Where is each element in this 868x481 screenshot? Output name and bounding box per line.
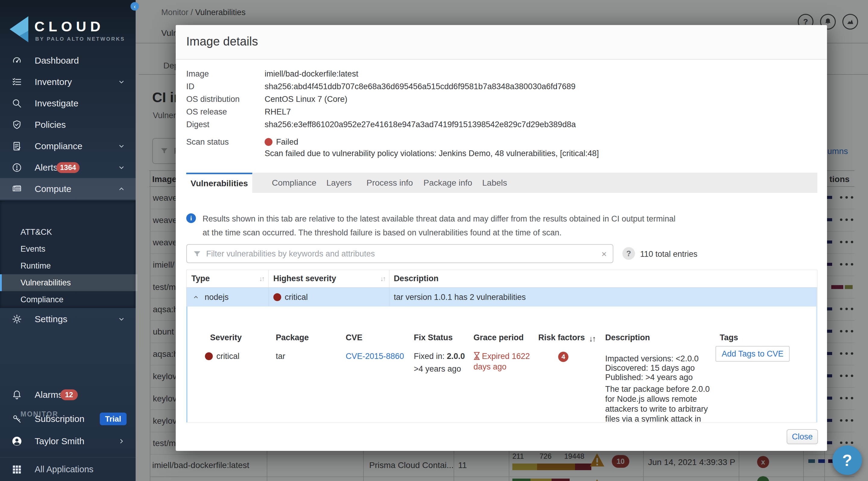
cve-link[interactable]: CVE-2015-8860 — [346, 352, 404, 361]
hourglass-icon — [473, 352, 480, 360]
chevron-left-icon: ‹ — [134, 2, 136, 10]
col-risk-factors[interactable]: Risk factors — [538, 333, 585, 342]
tab-compliance[interactable]: Compliance — [272, 173, 316, 193]
sidebar-item-subscription[interactable]: Subscription Trial — [0, 409, 135, 429]
critical-dot-icon — [205, 352, 213, 360]
info-icon: i — [186, 213, 196, 223]
grace-period: Expired 1622 — [473, 352, 530, 361]
sidebar: CLOUD BY PALO ALTO NETWORKS Dashboard In… — [0, 0, 135, 481]
col-highest-severity[interactable]: Highest severity↓↑ — [269, 270, 390, 287]
tab-process-info[interactable]: Process info — [367, 173, 413, 193]
modal-title: Image details — [186, 35, 258, 48]
chevron-down-icon — [118, 78, 125, 86]
help-fab-button[interactable]: ? — [832, 445, 862, 475]
dashboard-icon — [11, 55, 22, 66]
image-details-modal: Image details Imageimiell/bad-dockerfile… — [176, 25, 827, 451]
col-type[interactable]: Type↓↑ — [187, 270, 269, 287]
sidebar-item-inventory[interactable]: Inventory — [0, 71, 135, 93]
gear-icon — [11, 314, 22, 325]
sidebar-item-vulnerabilities[interactable]: Vulnerabilities — [0, 274, 137, 291]
tab-package-info[interactable]: Package info — [424, 173, 472, 193]
filter-help-icon[interactable]: ? — [622, 247, 635, 260]
sidebar-item-alerts[interactable]: Alerts 1364 — [0, 157, 135, 178]
risk-factors-badge[interactable]: 4 — [558, 352, 568, 362]
sidebar-item-policies[interactable]: Policies — [0, 114, 135, 135]
sidebar-item-events[interactable]: Events — [0, 241, 135, 257]
field-scan-status: Scan status Failed — [176, 136, 827, 148]
field-digest: Digestsha256:e3eff861020a952e27e41618e94… — [176, 118, 827, 131]
filter-input[interactable] — [206, 245, 590, 262]
key-icon — [11, 414, 22, 424]
field-os-release: OS releaseRHEL7 — [176, 105, 827, 118]
vulnerability-row-nodejs[interactable]: nodejs critical tar version 1.0.1 has 2 … — [187, 288, 817, 308]
question-icon: ? — [842, 451, 852, 470]
sidebar-item-compute[interactable]: Compute — [0, 178, 135, 199]
modal-tabs: Vulnerabilities Compliance Layers Proces… — [186, 173, 817, 193]
tab-labels[interactable]: Labels — [482, 173, 507, 193]
field-id: IDsha256:abd4f451ddb707c8e68a36d695456a5… — [176, 80, 827, 93]
field-os-distribution: OS distributionCentOS Linux 7 (Core) — [176, 93, 827, 105]
vulnerability-filter: × — [186, 244, 613, 263]
funnel-icon — [193, 250, 201, 259]
sidebar-nav: Dashboard Inventory Investigate Policies… — [0, 50, 135, 199]
sort-icon[interactable]: ↓↑ — [589, 334, 595, 344]
sidebar-item-alarms[interactable]: Alarms 12 — [0, 385, 135, 405]
tab-layers[interactable]: Layers — [327, 173, 352, 193]
sort-icon[interactable]: ↓↑ — [380, 270, 385, 287]
chevron-right-icon — [118, 437, 125, 445]
cve-description: The tar package before 2.0.0 for Node.js… — [605, 384, 710, 422]
compute-container-icon — [11, 184, 22, 194]
apps-grid-icon — [11, 464, 22, 475]
sidebar-item-compliance-sub[interactable]: Compliance — [0, 291, 135, 308]
tab-note: Results shown in this tab are relative t… — [203, 212, 675, 239]
alarms-count-badge: 12 — [60, 389, 78, 400]
trial-badge: Trial — [100, 413, 127, 425]
chevron-up-icon — [118, 185, 125, 193]
alerts-icon — [11, 162, 22, 173]
sidebar-item-settings[interactable]: Settings — [0, 308, 135, 330]
compliance-doc-icon — [11, 141, 22, 152]
compute-submenu: MONITOR ATT&CK Events Runtime Vulnerabil… — [0, 200, 135, 308]
inventory-icon — [11, 76, 22, 87]
critical-dot-icon — [273, 293, 281, 301]
cve-meta: Impacted versions: <2.0.0 Discovered: 15… — [605, 354, 699, 382]
sidebar-collapse-button[interactable]: ‹ — [130, 2, 139, 10]
sidebar-item-investigate[interactable]: Investigate — [0, 93, 135, 114]
close-button[interactable]: Close — [786, 429, 818, 444]
sidebar-item-attck[interactable]: ATT&CK — [0, 224, 135, 241]
prisma-logo-icon — [9, 16, 28, 43]
chevron-down-icon — [118, 315, 125, 323]
sidebar-item-all-applications[interactable]: All Applications — [0, 457, 135, 481]
brand-tagline: BY PALO ALTO NETWORKS — [35, 36, 125, 42]
tab-vulnerabilities[interactable]: Vulnerabilities — [186, 173, 252, 193]
vulnerabilities-table: Type↓↑ Highest severity↓↑ Description no… — [186, 270, 817, 308]
bell-icon — [11, 389, 22, 400]
chevron-down-icon — [118, 164, 125, 171]
vulnerability-detail-panel: Severity Package CVE Fix Status Grace pe… — [186, 307, 817, 422]
sidebar-item-dashboard[interactable]: Dashboard — [0, 50, 135, 71]
add-tags-to-cve-button[interactable]: Add Tags to CVE — [715, 346, 789, 362]
investigate-icon — [11, 98, 22, 109]
alerts-count-badge: 1364 — [56, 162, 80, 173]
chevron-down-icon — [118, 142, 125, 150]
field-image: Imageimiell/bad-dockerfile:latest — [176, 67, 827, 80]
policies-shield-icon — [11, 119, 22, 130]
package-name: tar — [276, 352, 285, 361]
failed-dot-icon — [265, 138, 273, 146]
sidebar-item-compliance[interactable]: Compliance — [0, 135, 135, 157]
table-header: Type↓↑ Highest severity↓↑ Description — [187, 270, 817, 288]
app-root: Monitor / Vulnerabilities ? Vuln Depl CI… — [0, 0, 868, 481]
col-description: Description — [390, 270, 817, 287]
sidebar-item-user[interactable]: Taylor Smith — [0, 431, 135, 451]
sidebar-item-runtime[interactable]: Runtime — [0, 257, 135, 274]
fix-status: Fixed in: 2.0.0 — [414, 352, 465, 361]
sort-icon[interactable]: ↓↑ — [259, 270, 264, 287]
chevron-up-icon[interactable] — [193, 288, 199, 308]
modal-header: Image details — [176, 25, 827, 60]
total-entries: 110 total entries — [640, 250, 698, 259]
brand-name: CLOUD — [34, 18, 104, 35]
avatar — [11, 436, 22, 447]
clear-filter-icon[interactable]: × — [601, 249, 607, 259]
scan-status-detail: Scan failed due to vulnerability policy … — [176, 147, 827, 160]
